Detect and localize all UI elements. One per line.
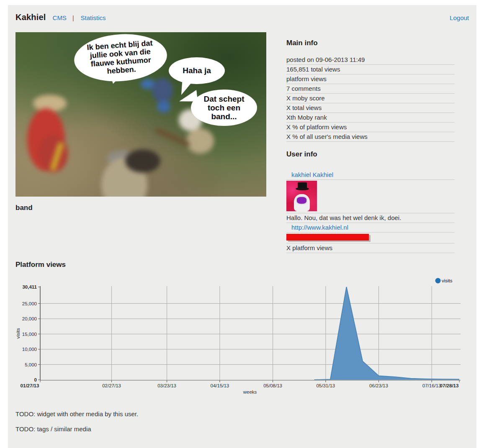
speech-bubble-1-text: Ik ben echt blij dat jullie ook van die …: [81, 38, 160, 77]
info-column: Main info posted on 09-06-2013 11:49 165…: [286, 32, 455, 253]
main-info-row: 7 comments: [286, 84, 455, 94]
khaki-pants-shape: [186, 128, 214, 154]
y-tick-label: 5,000: [25, 362, 37, 367]
legend-label: visits: [442, 278, 453, 283]
redacted-views-bar: [286, 234, 369, 241]
y-tick-label: 25,000: [22, 301, 37, 306]
logout-link[interactable]: Logout: [450, 14, 469, 21]
avatar: [286, 181, 317, 211]
x-tick-label: 07/16/13: [422, 383, 441, 388]
header: Kakhiel CMS | Statistics Logout: [15, 13, 469, 22]
chart-area-fill: [314, 287, 460, 380]
speech-bubble-2: Haha ja: [169, 57, 225, 84]
main-info-row: Xth Moby rank: [286, 113, 455, 123]
main-info-heading: Main info: [286, 39, 455, 47]
chart-container: 05,00010,00015,00020,00025,00030,41101/2…: [15, 274, 469, 398]
nav-link-cms[interactable]: CMS: [53, 14, 67, 21]
main-info-row: X % of all user's media views: [286, 132, 455, 142]
x-tick-label: 03/23/13: [157, 383, 176, 388]
x-tick-label: 05/08/13: [263, 383, 282, 388]
content-panel: Kakhiel CMS | Statistics Logout: [8, 5, 476, 448]
x-tick-label: 07/28/13: [440, 383, 459, 388]
avatar-row: [286, 180, 455, 213]
main-info-row: X moby score: [286, 94, 455, 103]
todo-note-1: TODO: widget with other media by this us…: [15, 410, 469, 417]
platform-views-heading: Platform views: [15, 261, 469, 269]
website-row: http://www.kakhiel.nl: [286, 223, 455, 233]
speech-bubble-3: Dat schept toch een band...: [191, 90, 257, 126]
media-column: Ik ben echt blij dat jullie ook van die …: [15, 32, 266, 253]
y-tick-label: 0: [34, 377, 37, 382]
y-axis-title: visits: [15, 328, 21, 339]
platform-views-chart: 05,00010,00015,00020,00025,00030,41101/2…: [15, 274, 463, 396]
website-link[interactable]: http://www.kakhiel.nl: [291, 224, 348, 231]
speech-bubble-2-text: Haha ja: [174, 66, 220, 75]
platform-views-row: X platform views: [286, 243, 455, 253]
main-info-row: X % of platform views: [286, 123, 455, 132]
legend-dot: [435, 278, 441, 284]
main-info-row: platform views: [286, 74, 455, 84]
x-tick-label: 02/27/13: [102, 383, 121, 388]
x-tick-label: 04/15/13: [211, 383, 229, 388]
user-profile-link[interactable]: kakhiel Kakhiel: [291, 171, 333, 178]
y-tick-label: 15,000: [22, 332, 37, 337]
astronaut-visor: [296, 196, 307, 205]
media-image: Ik ben echt blij dat jullie ook van die …: [15, 32, 266, 197]
shovel-shaft-shape: [154, 127, 191, 147]
x-tick-label: 01/27/13: [21, 383, 39, 388]
main-info-list: posted on 09-06-2013 11:49 165,851 total…: [286, 55, 455, 142]
blue-vest-shape: [152, 78, 173, 102]
user-link-row: kakhiel Kakhiel: [286, 170, 455, 180]
y-tick-label: 10,000: [22, 347, 37, 352]
user-bio-row: Hallo. Nou, dat was het wel denk ik, doe…: [286, 213, 455, 223]
top-hat-brim: [296, 187, 309, 190]
main-info-row: posted on 09-06-2013 11:49: [286, 55, 455, 65]
user-info-heading: User info: [286, 150, 455, 159]
redbar-row: [286, 233, 455, 243]
x-tick-label: 06/23/13: [369, 383, 388, 388]
todo-note-2: TODO: tags / similar media: [15, 425, 469, 433]
media-title: band: [15, 204, 266, 212]
x-tick-label: 05/31/13: [316, 383, 335, 388]
main-info-row: X total views: [286, 103, 455, 113]
user-info-list: kakhiel Kakhiel Hallo. Nou, dat was het …: [286, 170, 455, 253]
x-axis-title: weeks: [243, 389, 257, 394]
blue-cap2-shape: [157, 101, 170, 113]
main-info-row: 165,851 total views: [286, 65, 455, 74]
tire-shape: [125, 149, 160, 173]
nav-separator: |: [72, 15, 74, 21]
site-title: Kakhiel: [15, 13, 46, 22]
y-tick-label: 30,411: [22, 284, 37, 289]
y-tick-label: 20,000: [22, 316, 37, 321]
speech-bubble-3-text: Dat schept toch een band...: [197, 95, 251, 121]
nav-link-statistics[interactable]: Statistics: [81, 14, 106, 21]
